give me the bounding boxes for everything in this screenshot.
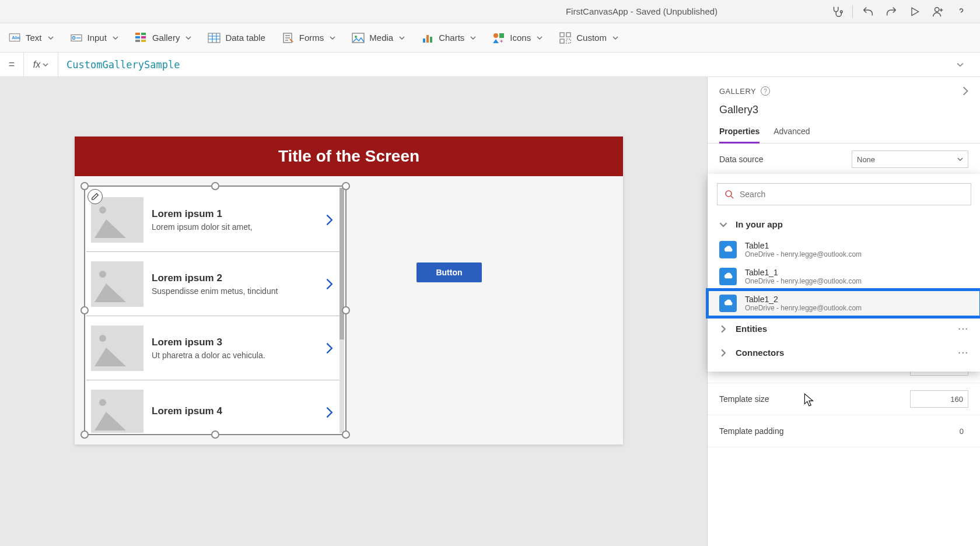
section-label: Entities bbox=[736, 324, 767, 334]
template-padding-input[interactable]: 0 bbox=[910, 422, 968, 440]
svg-rect-23 bbox=[566, 33, 570, 37]
datasource-name: Table1_1 bbox=[745, 268, 862, 277]
ribbon-text[interactable]: Abc Text bbox=[7, 29, 55, 47]
app-title: FirstCanvasApp - Saved (Unpublished) bbox=[566, 6, 718, 16]
search-box[interactable] bbox=[717, 183, 971, 205]
panel-category-label: GALLERY bbox=[719, 87, 756, 96]
section-in-your-app[interactable]: In your app bbox=[708, 212, 980, 236]
gallery-items: Lorem ipsum 1 Lorem ipsum dolor sit amet… bbox=[86, 188, 340, 433]
svg-text:Abc: Abc bbox=[12, 35, 20, 40]
titlebar-divider bbox=[852, 5, 853, 18]
ribbon-forms-label: Forms bbox=[299, 33, 324, 43]
resize-handle[interactable] bbox=[80, 430, 89, 439]
gallery-item[interactable]: Lorem ipsum 2 Suspendisse enim metus, ti… bbox=[86, 252, 340, 316]
datatable-icon bbox=[208, 32, 220, 44]
canvas-body: Lorem ipsum 1 Lorem ipsum dolor sit amet… bbox=[75, 176, 623, 444]
row-label: Template size bbox=[719, 394, 769, 404]
resize-handle[interactable] bbox=[211, 430, 219, 439]
edit-pencil-icon[interactable] bbox=[88, 189, 103, 204]
gallery-item-title: Lorem ipsum 1 bbox=[152, 208, 316, 220]
svg-rect-20 bbox=[499, 33, 504, 38]
custom-icon bbox=[559, 32, 572, 44]
fx-label: fx bbox=[33, 60, 40, 70]
gallery-item-title: Lorem ipsum 2 bbox=[152, 272, 316, 284]
more-icon[interactable]: ··· bbox=[958, 324, 969, 334]
search-icon bbox=[724, 190, 734, 199]
svg-text:+: + bbox=[500, 38, 503, 44]
datasource-entry[interactable]: Table1_1 OneDrive - henry.legge@outlook.… bbox=[708, 263, 980, 290]
help-icon[interactable] bbox=[950, 0, 973, 23]
ribbon-gallery[interactable]: Gallery bbox=[134, 29, 193, 47]
play-icon[interactable] bbox=[903, 0, 926, 23]
help-circle-icon[interactable]: ? bbox=[761, 86, 770, 96]
gallery-item[interactable]: Lorem ipsum 1 Lorem ipsum dolor sit amet… bbox=[86, 188, 340, 252]
data-source-select[interactable]: None bbox=[852, 150, 968, 168]
chevron-down-icon bbox=[537, 35, 542, 41]
undo-icon[interactable] bbox=[856, 0, 880, 23]
chevron-right-icon[interactable] bbox=[961, 86, 968, 96]
onedrive-icon bbox=[719, 241, 737, 258]
resize-handle[interactable] bbox=[342, 306, 350, 314]
ribbon-media-label: Media bbox=[369, 33, 393, 43]
design-canvas[interactable]: Title of the Screen Lorem ipsum 1 Lorem … bbox=[75, 136, 623, 444]
resize-handle[interactable] bbox=[211, 182, 219, 190]
resize-handle[interactable] bbox=[342, 430, 350, 439]
datasource-sub: OneDrive - henry.legge@outlook.com bbox=[745, 277, 862, 285]
chevron-right-icon[interactable] bbox=[324, 341, 334, 355]
section-connectors[interactable]: Connectors ··· bbox=[708, 341, 980, 365]
ribbon-datatable[interactable]: Data table bbox=[206, 29, 266, 47]
share-user-icon[interactable] bbox=[926, 0, 950, 23]
ribbon-media[interactable]: Media bbox=[351, 29, 406, 47]
datasource-entry[interactable]: Table1 OneDrive - henry.legge@outlook.co… bbox=[708, 236, 980, 263]
datasource-entry-highlighted[interactable]: Table1_2 OneDrive - henry.legge@outlook.… bbox=[708, 290, 980, 317]
chevron-down-icon bbox=[612, 35, 618, 41]
chevron-right-icon bbox=[719, 349, 727, 357]
formula-expand-button[interactable] bbox=[957, 61, 980, 68]
section-entities[interactable]: Entities ··· bbox=[708, 317, 980, 341]
chevron-down-icon bbox=[957, 156, 963, 162]
main-area: Title of the Screen Lorem ipsum 1 Lorem … bbox=[0, 77, 980, 546]
section-label: In your app bbox=[736, 219, 783, 229]
onedrive-icon bbox=[719, 295, 737, 312]
ribbon-input[interactable]: Input bbox=[69, 29, 120, 47]
resize-handle[interactable] bbox=[80, 182, 89, 190]
template-size-input[interactable]: 160 bbox=[910, 390, 968, 408]
icons-icon: + bbox=[492, 32, 505, 44]
ribbon-input-label: Input bbox=[88, 33, 107, 43]
section-label: Connectors bbox=[736, 348, 784, 358]
chevron-right-icon[interactable] bbox=[324, 277, 334, 291]
chevron-down-icon bbox=[470, 35, 476, 41]
chevron-right-icon[interactable] bbox=[324, 213, 334, 227]
tab-advanced[interactable]: Advanced bbox=[774, 123, 810, 143]
gallery-icon bbox=[135, 32, 148, 44]
formula-input[interactable] bbox=[58, 52, 957, 76]
formula-bar: = fx bbox=[0, 52, 980, 77]
gallery-item-subtitle: Lorem ipsum dolor sit amet, bbox=[152, 222, 316, 232]
svg-rect-9 bbox=[141, 36, 146, 38]
more-icon[interactable]: ··· bbox=[958, 348, 969, 358]
ribbon-icons[interactable]: + Icons bbox=[491, 29, 544, 47]
gallery-item-text: Lorem ipsum 4 bbox=[152, 405, 316, 419]
canvas-button[interactable]: Button bbox=[416, 262, 482, 282]
gallery-control[interactable]: Lorem ipsum 1 Lorem ipsum dolor sit amet… bbox=[84, 186, 346, 435]
tab-properties[interactable]: Properties bbox=[719, 123, 760, 144]
redo-icon[interactable] bbox=[880, 0, 903, 23]
svg-point-26 bbox=[726, 191, 732, 197]
gallery-item[interactable]: Lorem ipsum 3 Ut pharetra a dolor ac veh… bbox=[86, 316, 340, 380]
ribbon-forms[interactable]: Forms bbox=[281, 29, 337, 47]
ribbon-custom[interactable]: Custom bbox=[558, 29, 620, 47]
search-input[interactable] bbox=[740, 190, 964, 199]
image-placeholder-icon bbox=[91, 326, 144, 371]
fx-button[interactable]: fx bbox=[23, 52, 58, 76]
scrollbar-thumb[interactable] bbox=[340, 188, 344, 340]
svg-rect-24 bbox=[560, 39, 564, 43]
stethoscope-icon[interactable] bbox=[825, 0, 849, 23]
ribbon-charts[interactable]: Charts bbox=[420, 29, 477, 47]
svg-rect-8 bbox=[135, 36, 140, 38]
resize-handle[interactable] bbox=[342, 182, 350, 190]
title-bar: FirstCanvasApp - Saved (Unpublished) bbox=[0, 0, 980, 23]
gallery-item[interactable]: Lorem ipsum 4 bbox=[86, 380, 340, 433]
charts-icon bbox=[421, 32, 434, 44]
resize-handle[interactable] bbox=[80, 306, 89, 314]
chevron-right-icon[interactable] bbox=[324, 405, 334, 419]
